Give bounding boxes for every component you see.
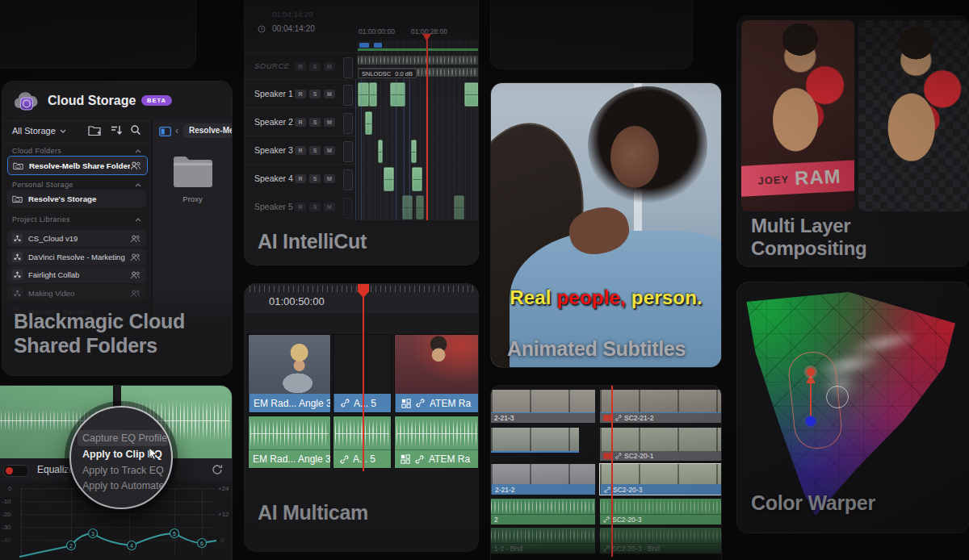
section-personal-storage[interactable]: Personal Storage (12, 181, 141, 189)
audio-clip[interactable] (416, 195, 424, 219)
audio-clip[interactable] (384, 167, 394, 191)
multicam-card: 01:00:50:00 EM Rad... Angle 3 A... 5 ATE… (245, 284, 478, 551)
project-label: DaVinci Resolve - Marketing (28, 253, 130, 261)
eq-node-label[interactable]: 5 (173, 531, 176, 537)
mute-button[interactable]: M (324, 118, 335, 127)
audio-clip[interactable]: SC2-20-3 (600, 499, 721, 524)
link-icon (341, 399, 350, 407)
edit-marker-line (404, 79, 405, 220)
audio-clip[interactable] (464, 82, 478, 107)
video-clip[interactable] (491, 428, 579, 453)
edit-marker-line (409, 79, 410, 220)
audio-clip[interactable] (411, 140, 417, 163)
link-icon (416, 399, 425, 407)
mute-button[interactable]: M (324, 90, 335, 98)
clip-label: A... 5 (354, 398, 376, 409)
timeline-marker-blue[interactable] (374, 43, 382, 48)
back-chevron-icon[interactable]: ‹ (175, 125, 178, 136)
video-clip[interactable]: EM Rad... Angle 3 (248, 334, 331, 413)
section-project-libraries[interactable]: Project Libraries (12, 215, 141, 224)
bottom-fade (491, 536, 721, 560)
eq-node-label[interactable]: 6 (200, 541, 203, 546)
breadcrumb[interactable]: Resolve-Mel (183, 123, 232, 138)
source-clip-name: SNLODSC (362, 70, 391, 77)
playhead[interactable] (426, 40, 428, 220)
edit-marker-line (355, 79, 356, 220)
solo-button[interactable]: S (309, 62, 321, 71)
solo-button[interactable]: S (309, 146, 321, 155)
audio-clip[interactable] (358, 82, 369, 107)
eq-node-label[interactable]: 2 (69, 543, 73, 549)
timeline-marker-blue[interactable] (359, 43, 369, 48)
mute-button[interactable]: M (324, 62, 335, 71)
playhead[interactable] (363, 292, 364, 471)
equalizer-toggle[interactable] (3, 465, 29, 477)
menu-item-apply-automate[interactable]: Apply to Automate (82, 480, 164, 491)
project-item[interactable]: Fairlight Collab (7, 266, 146, 283)
mute-button[interactable]: M (324, 203, 335, 211)
project-item[interactable]: DaVinci Resolve - Marketing (7, 249, 146, 265)
project-item[interactable]: CS_Cloud v19 (7, 230, 146, 247)
solo-button[interactable]: S (309, 118, 321, 127)
record-arm-button[interactable]: R (295, 62, 306, 71)
search-button[interactable] (130, 124, 141, 136)
video-clip[interactable]: ATEM Ra (394, 334, 478, 413)
video-clip-selected[interactable]: SC2-20-3 (600, 464, 721, 495)
video-clip[interactable]: 2-21-3 (491, 390, 595, 423)
record-arm-button[interactable]: R (295, 146, 306, 155)
solo-button[interactable]: S (309, 203, 321, 211)
video-clip[interactable]: 2-21-2 (491, 464, 595, 495)
warp-source-point[interactable] (806, 416, 816, 426)
level-meter (343, 85, 353, 106)
sort-button[interactable] (111, 125, 123, 136)
record-arm-button[interactable]: R (295, 203, 306, 211)
video-clip[interactable]: SC2-20-1 (600, 428, 721, 461)
warp-cursor-ring[interactable] (826, 386, 849, 408)
chevron-up-icon (135, 218, 141, 222)
color-warper-card: Color Warper (737, 282, 969, 533)
sidebar-item-shared-folder[interactable]: Resolve-Melb Share Folder (7, 156, 148, 175)
section-cloud-folders[interactable]: Cloud Folders (12, 147, 141, 155)
reset-button[interactable] (212, 464, 223, 475)
edit-marker-line (361, 79, 362, 220)
equalizer-card: Equalizer 0 -10 -20 -30 -40 +24 +12 0 2 (0, 386, 232, 560)
eq-node-label[interactable]: 4 (130, 543, 133, 549)
audio-clip[interactable] (369, 82, 377, 107)
audio-clip[interactable] (412, 167, 422, 191)
menu-item-capture-eq[interactable]: Capture EQ Profile (82, 433, 167, 444)
audio-clip[interactable] (365, 111, 372, 135)
folder-icon-proxy[interactable] (172, 154, 214, 188)
solo-button[interactable]: S (309, 174, 321, 183)
audio-clip[interactable] (378, 140, 383, 163)
eq-node-label[interactable]: 3 (91, 531, 94, 537)
storage-filter-dropdown[interactable]: All Storage (12, 126, 66, 136)
audio-clip[interactable]: 2 (491, 499, 595, 524)
audio-clip[interactable]: EM Rad... Angle 3 (248, 416, 331, 469)
chevron-up-icon (135, 149, 141, 153)
sidebar-item-personal-storage[interactable]: Resolve's Storage (7, 190, 146, 207)
video-clip[interactable]: SC2-21-2 (600, 390, 721, 423)
clip-label: SC2-20-3 (613, 486, 642, 494)
menu-item-apply-track-eq[interactable]: Apply to Track EQ (82, 465, 164, 476)
warp-target-point[interactable] (807, 368, 815, 376)
new-folder-button[interactable] (88, 125, 102, 136)
record-arm-button[interactable]: R (295, 90, 306, 98)
track-source-label: SOURCE (254, 61, 290, 70)
axis-tick-left: -30 (2, 524, 11, 531)
track-source[interactable]: SOURCE R S M SNLODSC 0.0 dB (245, 52, 478, 80)
playhead[interactable] (611, 386, 613, 557)
record-arm-button[interactable]: R (295, 174, 306, 183)
link-icon (415, 455, 424, 464)
clip-label: SC2-20-3 (612, 516, 641, 524)
link-icon (603, 516, 610, 523)
panel-toggle-icon[interactable] (159, 127, 171, 136)
clip-label-bar: SC2-21-2 (600, 412, 721, 423)
audio-clip[interactable]: ATEM Ra (394, 416, 478, 469)
toggle-red-dot (6, 467, 13, 474)
mute-button[interactable]: M (324, 146, 335, 155)
mute-button[interactable]: M (324, 174, 335, 183)
clip-label: EM Rad... Angle 3 (253, 453, 331, 465)
audio-clip[interactable] (454, 195, 464, 219)
solo-button[interactable]: S (309, 90, 321, 98)
record-arm-button[interactable]: R (295, 118, 306, 127)
